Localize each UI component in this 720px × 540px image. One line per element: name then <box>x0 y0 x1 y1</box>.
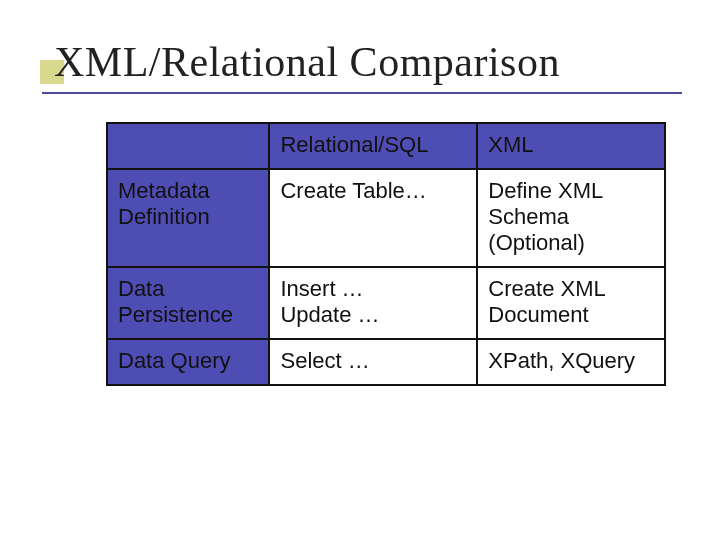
cell-query-xml: XPath, XQuery <box>477 339 665 385</box>
table-header-row: Relational/SQL XML <box>107 123 665 169</box>
cell-metadata-relational: Create Table… <box>269 169 477 267</box>
cell-line: Insert … <box>280 276 466 302</box>
table-row: Data Persistence Insert … Update … Creat… <box>107 267 665 339</box>
table-row: Metadata Definition Create Table… Define… <box>107 169 665 267</box>
cell-line: Update … <box>280 302 466 328</box>
row-header-persistence: Data Persistence <box>107 267 269 339</box>
cell-persistence-xml: Create XML Document <box>477 267 665 339</box>
row-header-metadata: Metadata Definition <box>107 169 269 267</box>
slide: XML/Relational Comparison Relational/SQL… <box>0 0 720 540</box>
comparison-table: Relational/SQL XML Metadata Definition C… <box>106 122 666 386</box>
table-row: Data Query Select … XPath, XQuery <box>107 339 665 385</box>
cell-metadata-xml: Define XML Schema (Optional) <box>477 169 665 267</box>
row-header-query: Data Query <box>107 339 269 385</box>
title-underline <box>42 92 682 94</box>
column-header-xml: XML <box>477 123 665 169</box>
corner-cell <box>107 123 269 169</box>
cell-query-relational: Select … <box>269 339 477 385</box>
column-header-relational: Relational/SQL <box>269 123 477 169</box>
page-title: XML/Relational Comparison <box>54 38 560 86</box>
cell-persistence-relational: Insert … Update … <box>269 267 477 339</box>
